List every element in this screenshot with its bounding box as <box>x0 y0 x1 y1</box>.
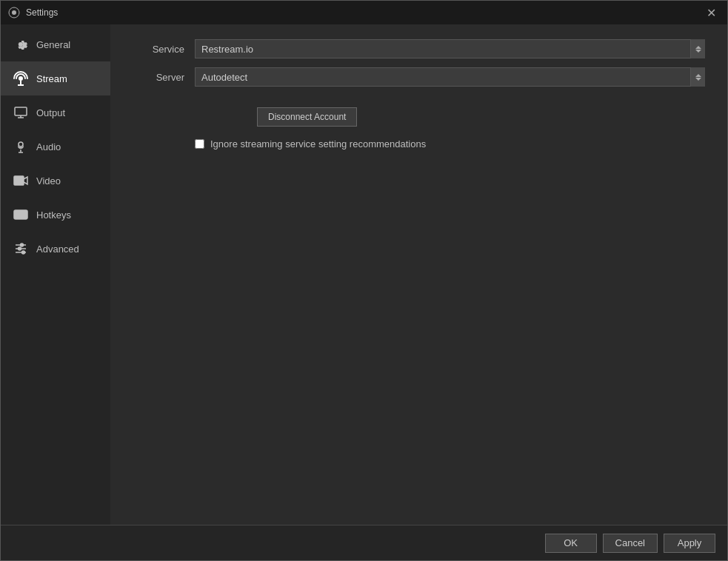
sidebar-output-label: Output <box>36 107 65 118</box>
svg-rect-16 <box>17 215 24 217</box>
disconnect-row: Disconnect Account <box>195 101 705 127</box>
service-label: Service <box>133 44 184 55</box>
svg-rect-11 <box>14 176 24 185</box>
apply-button[interactable]: Apply <box>664 534 715 553</box>
audio-icon <box>13 138 29 155</box>
ok-button[interactable]: OK <box>545 534 597 553</box>
sidebar: General Stream <box>1 24 110 525</box>
sidebar-item-video[interactable]: Video <box>1 164 110 198</box>
svg-rect-15 <box>21 212 24 214</box>
content-area: General Stream <box>1 24 727 525</box>
sidebar-general-label: General <box>36 39 70 50</box>
svg-rect-14 <box>19 212 21 214</box>
svg-point-2 <box>19 76 23 81</box>
service-select[interactable]: Restream.io <box>195 39 705 58</box>
sidebar-video-label: Video <box>36 175 61 187</box>
sidebar-item-hotkeys[interactable]: Hotkeys <box>1 198 110 232</box>
sidebar-item-output[interactable]: Output <box>1 95 110 130</box>
stream-icon <box>13 70 29 87</box>
cancel-button[interactable]: Cancel <box>603 534 658 553</box>
server-select-wrapper: Autodetect <box>195 67 705 87</box>
checkbox-row: Ignore streaming service setting recomme… <box>195 138 705 150</box>
close-button[interactable]: ✕ <box>701 2 721 23</box>
svg-point-25 <box>22 251 25 254</box>
settings-window: Settings ✕ General <box>0 0 728 561</box>
svg-point-19 <box>21 243 24 246</box>
window-title: Settings <box>26 7 58 18</box>
server-select[interactable]: Autodetect <box>195 67 705 87</box>
footer: OK Cancel Apply <box>1 525 727 560</box>
svg-rect-12 <box>14 210 27 219</box>
sidebar-audio-label: Audio <box>36 141 61 152</box>
svg-point-22 <box>19 247 21 250</box>
sidebar-item-audio[interactable]: Audio <box>1 130 110 164</box>
server-label: Server <box>133 72 184 83</box>
svg-rect-5 <box>15 107 27 115</box>
service-select-wrapper: Restream.io <box>195 39 705 58</box>
titlebar: Settings ✕ <box>1 1 727 24</box>
output-icon <box>13 104 29 121</box>
advanced-icon <box>13 241 29 257</box>
app-icon <box>8 7 20 19</box>
sidebar-item-general[interactable]: General <box>1 27 110 61</box>
svg-rect-13 <box>16 212 18 214</box>
server-row: Server Autodetect <box>133 67 705 87</box>
sidebar-hotkeys-label: Hotkeys <box>36 209 71 221</box>
sidebar-item-stream[interactable]: Stream <box>1 61 110 95</box>
ignore-recommendations-checkbox[interactable] <box>195 139 204 149</box>
sidebar-stream-label: Stream <box>36 73 67 84</box>
sidebar-advanced-label: Advanced <box>36 243 79 255</box>
hotkeys-icon <box>13 206 29 223</box>
titlebar-left: Settings <box>8 7 58 19</box>
video-icon <box>13 172 29 189</box>
ignore-recommendations-label: Ignore streaming service setting recomme… <box>210 138 426 150</box>
sidebar-item-advanced[interactable]: Advanced <box>1 232 110 266</box>
gear-icon <box>13 36 29 53</box>
svg-point-8 <box>19 142 23 147</box>
disconnect-button[interactable]: Disconnect Account <box>257 107 357 127</box>
main-panel: Service Restream.io Server Autodetect <box>110 24 727 525</box>
service-row: Service Restream.io <box>133 39 705 58</box>
svg-point-1 <box>12 10 16 15</box>
